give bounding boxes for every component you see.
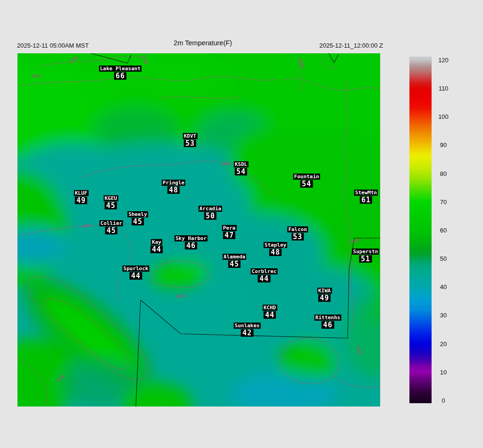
station-value: 53 bbox=[291, 233, 304, 241]
station-label: Fountain54 bbox=[293, 174, 320, 188]
valid-time-utc: 2025-12-11_12:00:00 Z bbox=[319, 42, 383, 49]
station-value: 54 bbox=[300, 180, 313, 188]
station-name: Spurlock bbox=[123, 265, 150, 272]
station-name: Pera bbox=[222, 225, 237, 231]
weather-map-screen: 2025-12-11 05:00AM MST 2m Temperature(F)… bbox=[0, 0, 483, 448]
contour-elevation-label: 1000 bbox=[82, 223, 92, 229]
station-label: Arcadia50 bbox=[199, 206, 222, 220]
station-value: 53 bbox=[184, 140, 196, 147]
station-label: Superstn51 bbox=[352, 249, 379, 263]
station-value: 51 bbox=[359, 255, 372, 263]
colorbar-tick-label: 40 bbox=[434, 283, 453, 290]
station-value: 45 bbox=[228, 260, 241, 268]
station-value: 44 bbox=[130, 272, 142, 280]
colorbar-tick-label: 20 bbox=[434, 340, 453, 348]
station-name: Sunlakes bbox=[234, 323, 261, 329]
station-label: Sheely45 bbox=[127, 211, 148, 225]
station-name: Rittenhs bbox=[315, 315, 341, 321]
station-name: Arcadia bbox=[199, 206, 222, 212]
page-title: 2m Temperature(F) bbox=[142, 39, 264, 47]
station-label: Lake Pleasant66 bbox=[99, 66, 142, 80]
station-name: Superstn bbox=[352, 249, 379, 255]
colorbar: 1201101009080706050403020100 bbox=[409, 57, 466, 406]
station-label: KIWA49 bbox=[317, 288, 332, 302]
station-name: Stapley bbox=[264, 242, 287, 248]
colorbar-tick-label: 120 bbox=[434, 57, 453, 64]
station-name: KCHD bbox=[263, 305, 277, 311]
station-label: Pringle48 bbox=[162, 180, 185, 194]
colorbar-tick-label: 90 bbox=[434, 141, 453, 149]
colorbar-tick-label: 60 bbox=[434, 227, 453, 234]
valid-time-local: 2025-12-11 05:00AM MST bbox=[17, 42, 89, 49]
colorbar-tick-label: 30 bbox=[434, 312, 453, 319]
station-value: 46 bbox=[322, 321, 334, 329]
station-value: 50 bbox=[204, 212, 217, 220]
station-name: Alameda bbox=[223, 254, 246, 260]
station-label: Pera47 bbox=[222, 225, 237, 239]
colorbar-gradient bbox=[409, 57, 432, 403]
station-value: 45 bbox=[105, 202, 117, 209]
station-name: KIWA bbox=[317, 288, 332, 294]
station-label: Falcon53 bbox=[287, 226, 308, 241]
station-value: 44 bbox=[150, 246, 163, 253]
station-label: KCHD44 bbox=[263, 305, 277, 319]
contour-elevation-label: 1500 bbox=[175, 293, 185, 299]
station-name: KLUF bbox=[74, 190, 89, 196]
station-label: Sunlakes42 bbox=[234, 323, 261, 337]
station-name: Pringle bbox=[162, 180, 185, 186]
station-label: Rittenhs46 bbox=[315, 315, 341, 329]
station-label: Kay44 bbox=[150, 239, 163, 253]
colorbar-tick-label: 110 bbox=[434, 85, 453, 92]
station-value: 54 bbox=[235, 168, 247, 175]
station-value: 45 bbox=[132, 218, 144, 225]
colorbar-tick-label: 10 bbox=[434, 369, 453, 376]
station-value: 49 bbox=[318, 294, 331, 302]
temperature-map: Lake Pleasant66KDVT53KSDL54Fountain54Pri… bbox=[17, 53, 380, 407]
station-label: Sky Harbor46 bbox=[175, 235, 208, 249]
station-name: Falcon bbox=[287, 226, 308, 232]
station-value: 44 bbox=[264, 311, 276, 319]
station-label: Collier45 bbox=[100, 220, 123, 234]
station-name: Kay bbox=[151, 239, 162, 245]
station-name: StewMtn bbox=[354, 190, 378, 196]
contour-elevation-label: 2000 bbox=[32, 74, 41, 78]
station-value: 46 bbox=[185, 242, 197, 249]
station-name: KGEU bbox=[104, 195, 118, 201]
station-value: 45 bbox=[105, 227, 117, 234]
temperature-field-canvas bbox=[17, 53, 380, 407]
station-name: Sheely bbox=[127, 211, 148, 217]
station-label: KLUF49 bbox=[74, 190, 89, 204]
station-label: KSDL54 bbox=[234, 161, 249, 175]
colorbar-tick-label: 70 bbox=[434, 199, 453, 206]
station-label: Spurlock44 bbox=[123, 265, 150, 280]
station-label: KDVT53 bbox=[183, 133, 198, 147]
station-value: 66 bbox=[114, 72, 126, 80]
station-value: 49 bbox=[75, 197, 87, 204]
station-label: Alameda45 bbox=[223, 254, 246, 268]
station-name: Corblrec bbox=[251, 268, 278, 274]
station-value: 48 bbox=[269, 249, 282, 256]
station-name: Collier bbox=[100, 220, 123, 226]
station-value: 61 bbox=[360, 196, 372, 204]
station-value: 47 bbox=[223, 232, 235, 239]
station-label: KGEU45 bbox=[104, 195, 118, 209]
colorbar-tick-label: 0 bbox=[434, 397, 453, 404]
colorbar-tick-label: 80 bbox=[434, 170, 453, 177]
station-name: Sky Harbor bbox=[175, 235, 208, 241]
colorbar-tick-label: 100 bbox=[434, 113, 453, 120]
station-name: Fountain bbox=[293, 174, 320, 180]
colorbar-tick-label: 50 bbox=[434, 255, 453, 262]
station-value: 44 bbox=[258, 275, 270, 282]
station-name: KSDL bbox=[234, 161, 249, 167]
station-value: 42 bbox=[241, 329, 253, 337]
station-value: 48 bbox=[167, 186, 180, 194]
station-label: StewMtn61 bbox=[354, 190, 378, 204]
station-label: Stapley48 bbox=[264, 242, 287, 256]
station-name: Lake Pleasant bbox=[99, 66, 142, 72]
station-name: KDVT bbox=[183, 133, 198, 139]
station-label: Corblrec44 bbox=[251, 268, 278, 282]
